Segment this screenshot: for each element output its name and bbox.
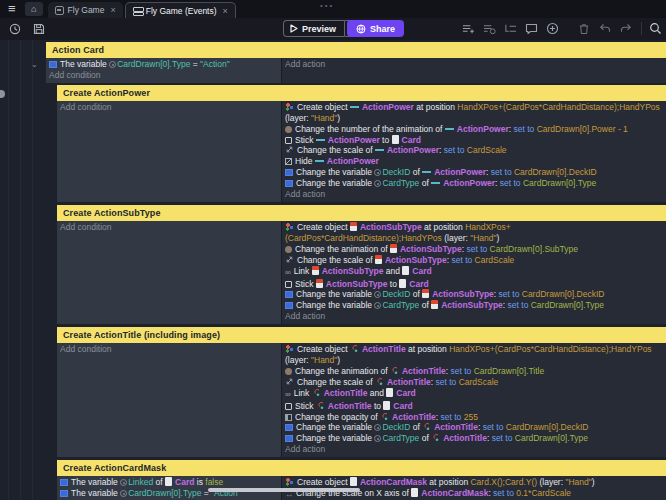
condition-row[interactable]: The variable CardDrawn[0].Type = "Action… [49,59,279,70]
action-row[interactable]: Stick ActionPower to Card [285,135,664,146]
event-block: Action CardThe variable CardDrawn[0].Typ… [46,42,666,500]
add-timer-event-icon[interactable] [483,22,496,35]
action-row[interactable]: Stick ActionSubType to Card [285,279,664,290]
close-tab-icon[interactable]: × [110,5,115,15]
add-action-button[interactable]: Add action [285,59,664,70]
action-row[interactable]: Change the variable CardType of ActionTi… [285,433,664,444]
redo-icon[interactable] [619,22,632,35]
action-row[interactable]: Change the scale of ActionSubType: set t… [285,255,664,266]
create-object-icon [285,103,294,111]
history-icon[interactable] [8,22,21,35]
close-tab-icon[interactable]: × [223,6,228,16]
action-row[interactable]: Change the variable DeckID of ActionSubT… [285,289,664,300]
add-action-button[interactable]: Add action [285,444,664,455]
create-object-icon [285,345,294,353]
action-row[interactable]: Change the scale of ActionPower: set to … [285,145,664,156]
structure-variable-icon [374,424,381,431]
action-row[interactable]: Change the animation of ActionSubType: s… [285,244,664,255]
event-block: Create ActionCardMaskThe variable Linked… [57,460,666,500]
actiontitle-object-icon [380,412,389,421]
variable-icon [285,424,293,431]
action-row[interactable]: Change the opacity of ActionTitle: set t… [285,412,664,423]
events-sheet-icon [133,6,142,15]
scene-icon [55,6,64,15]
structure-variable-icon [374,435,381,442]
variable-icon [285,291,293,298]
action-row[interactable]: Create object ActionCardMask at position… [285,477,664,488]
stick-icon [285,137,292,144]
actionpower-object-icon [422,168,431,176]
variable-icon [285,302,293,309]
action-row[interactable]: Change the variable DeckID of ActionTitl… [285,422,664,433]
actions-cell: Create object ActionSubType at position … [281,221,666,324]
actionpower-object-icon [445,125,454,133]
add-condition-button[interactable]: Add condition [60,222,279,233]
share-button[interactable]: Share [347,20,404,37]
event-block: Create ActionSubTypeAdd conditionCreate … [57,205,666,324]
actions-cell: Create object ActionTitle at position Ha… [281,343,666,457]
globe-icon [356,24,366,34]
tab-label: Fly Game [68,5,105,15]
preview-label: Preview [302,24,336,34]
search-button[interactable] [641,22,662,35]
action-row[interactable]: Change the scale of ActionTitle: set to … [285,377,664,388]
save-icon[interactable] [32,22,45,35]
condition-row[interactable]: The variable Linked of Card is false [60,477,279,488]
action-row[interactable]: Stick ActionTitle to Card [285,401,664,412]
trash-icon[interactable] [577,22,590,35]
actionpower-object-icon [375,146,384,154]
tab-fly-game[interactable]: Fly Game × [48,2,123,18]
action-row[interactable]: Create object ActionTitle at position Ha… [285,344,664,366]
add-comment-icon[interactable] [525,22,538,35]
add-subevent-icon[interactable] [504,22,517,35]
events-sheet: ⌄ Action CardThe variable CardDrawn[0].T… [0,40,666,500]
event-block: Create ActionPowerAdd conditionCreate ob… [57,85,666,202]
card-object-icon [165,477,172,486]
add-condition-button[interactable]: Add condition [60,344,279,355]
home-tab[interactable]: ⌂ [25,2,43,16]
action-row[interactable]: Change the animation of ActionTitle: set… [285,366,664,377]
action-row[interactable]: Hide ActionPower [285,156,664,167]
structure-variable-icon [374,169,381,176]
undo-icon[interactable] [598,22,611,35]
actioncardmask-object-icon [411,488,418,497]
actionsubtype-object-icon [390,244,397,253]
fold-chevron-icon[interactable]: ⌄ [31,60,38,69]
event-group-title[interactable]: Action Card [46,42,666,58]
action-row[interactable]: Create object ActionSubType at position … [285,222,664,244]
action-row[interactable]: Change the variable DeckID of ActionPowe… [285,167,664,178]
add-circle-icon[interactable] [546,22,559,35]
action-row[interactable]: Change the variable CardType of ActionSu… [285,300,664,311]
tab-fly-game-events[interactable]: Fly Game (Events) × [125,2,236,18]
actiontitle-object-icon [312,388,321,397]
event-group-title[interactable]: Create ActionTitle (including image) [57,327,666,343]
add-action-button[interactable]: Add action [285,311,664,322]
add-condition-button[interactable]: Add condition [49,70,279,81]
action-row[interactable]: Change the variable CardType of ActionPo… [285,178,664,189]
opacity-icon [285,414,292,421]
add-event-icon[interactable] [462,22,475,35]
menu-icon[interactable]: ≡ [0,0,23,18]
link-icon: ∞ [285,268,291,279]
event-group-title[interactable]: Create ActionCardMask [57,460,666,476]
search-icon [649,22,662,35]
horizontal-scrollbar[interactable] [208,488,360,492]
stick-icon [285,403,292,410]
action-row[interactable]: Change the number of the animation of Ac… [285,124,664,135]
variable-icon [60,479,68,486]
conditions-cell: Add condition [57,101,281,202]
action-row[interactable]: ∞Link ActionTitle and Card [285,388,664,401]
event-group-title[interactable]: Create ActionSubType [57,205,666,221]
share-label: Share [370,24,395,34]
actiontitle-object-icon [316,401,325,410]
stick-icon [285,281,292,288]
action-row[interactable]: Create object ActionPower at position Ha… [285,102,664,124]
structure-variable-icon [120,479,127,486]
action-row[interactable]: ∞Link ActionSubType and Card [285,266,664,279]
variable-icon [285,169,293,176]
event-group-title[interactable]: Create ActionPower [57,85,666,101]
add-condition-button[interactable]: Add condition [60,102,279,113]
card-object-icon [392,135,399,144]
actioncardmask-object-icon [350,477,357,486]
add-action-button[interactable]: Add action [285,189,664,200]
